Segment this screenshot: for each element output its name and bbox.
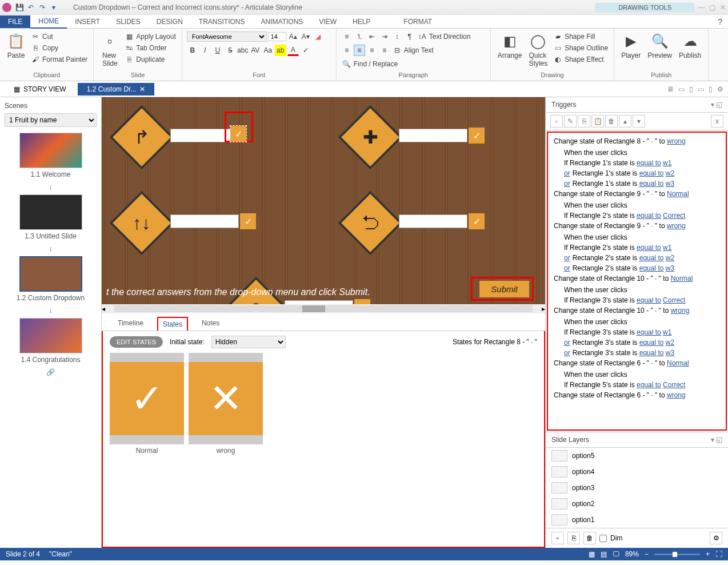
duplicate-layer-icon[interactable]: ⎘ [567,532,580,544]
variables-icon[interactable]: x [711,115,723,128]
layer-item[interactable]: option4 [546,464,728,480]
new-layer-icon[interactable]: ▫ [551,532,564,544]
preview-button[interactable]: 🔍Preview [645,31,674,61]
slide-thumb-1[interactable] [19,133,82,168]
states-tab[interactable]: States [157,317,188,331]
scenes-dropdown[interactable]: 1 Fruit by name [5,113,97,127]
highlight-icon[interactable]: ab [275,45,286,56]
slide-tab[interactable]: 1.2 Custom Dr...✕ [78,83,155,96]
char-spacing-icon[interactable]: AV [250,45,261,56]
tab-slides[interactable]: SLIDES [108,15,149,28]
move-up-icon[interactable]: ▴ [619,115,631,128]
new-trigger-icon[interactable]: ▫ [550,115,563,128]
layer-item[interactable]: option5 [546,448,728,464]
tab-view[interactable]: VIEW [311,15,345,28]
shadow-icon[interactable]: abc [237,45,249,56]
spellcheck-icon[interactable]: ✓ [300,45,311,56]
zoom-level[interactable]: 89% [625,550,639,558]
gear-icon[interactable]: ⚙ [717,85,723,93]
check-icon-2[interactable]: ✓ [469,128,485,144]
save-icon[interactable]: 💾 [15,3,24,12]
tab-order-button[interactable]: ⭾Tab Order [123,42,177,54]
zoom-slider[interactable] [654,554,700,555]
align-left-icon[interactable]: ≡ [341,45,353,56]
check-icon-3[interactable]: ✓ [240,213,256,229]
cut-button[interactable]: ✂Cut [30,31,89,42]
bold-icon[interactable]: B [187,45,198,56]
close-tab-icon[interactable]: ✕ [139,85,145,93]
bullets-icon[interactable]: ≡ [341,31,353,42]
layer-item[interactable]: option1 [546,512,728,528]
layers-list[interactable]: option5option4option3option2option1 [546,448,728,528]
tab-insert[interactable]: INSERT [67,15,108,28]
horizontal-scrollbar[interactable]: ◂▸ [102,304,545,313]
close-icon[interactable]: ✕ [720,3,726,11]
triggers-list[interactable]: Change state of Rectangle 8 - " · " to w… [547,132,727,431]
strike-icon[interactable]: S̶ [225,45,236,56]
road-sign-3[interactable]: ↑↓ [109,190,174,255]
slide-thumb-4[interactable] [19,318,82,353]
publish-button[interactable]: ☁Publish [677,31,703,61]
tab-home[interactable]: HOME [30,15,67,29]
shape-outline-button[interactable]: ▭Shape Outline [552,42,609,54]
road-sign-2[interactable]: ✚ [338,105,402,169]
layer-item[interactable]: option3 [546,480,728,496]
state-wrong[interactable]: ✕ wrong [189,353,263,457]
view-sorter-icon[interactable]: ▤ [601,550,607,558]
font-name-select[interactable]: FontAwesome [187,31,267,42]
delete-trigger-icon[interactable]: 🗑 [605,115,618,128]
check-icon-1[interactable]: ✓ [230,126,246,142]
device-tablet-portrait-icon[interactable]: ▯ [689,85,693,93]
timeline-tab[interactable]: Timeline [113,317,148,331]
text-direction-button[interactable]: ↕AText Direction [417,31,472,42]
delete-layer-icon[interactable]: 🗑 [583,532,596,544]
edit-trigger-icon[interactable]: ✎ [564,115,577,128]
initial-state-select[interactable]: Hidden [211,336,286,348]
tab-design[interactable]: DESIGN [149,15,191,28]
view-preview-icon[interactable]: 🖵 [613,550,619,558]
copy-button[interactable]: ⎘Copy [30,42,89,54]
slide-thumb-3[interactable] [19,256,82,292]
device-phone-portrait-icon[interactable]: ▯ [709,85,713,93]
check-icon-4[interactable]: ✓ [469,213,485,229]
arrange-button[interactable]: ◧Arrange [495,31,525,61]
layer-settings-icon[interactable]: ⚙ [710,532,722,544]
view-normal-icon[interactable]: ▦ [589,550,595,558]
fit-icon[interactable]: ⛶ [715,550,722,558]
zoom-in-icon[interactable]: + [706,550,710,558]
tab-help[interactable]: HELP [345,15,378,28]
align-text-button[interactable]: ⊟Align Text [391,45,435,56]
justify-icon[interactable]: ≡ [379,45,390,56]
dropdown-input-4[interactable] [399,214,467,228]
new-slide-button[interactable]: ▫New Slide [98,31,121,69]
increase-font-icon[interactable]: A▴ [287,31,299,42]
layer-item[interactable]: option2 [546,496,728,512]
move-down-icon[interactable]: ▾ [633,115,645,128]
shape-effect-button[interactable]: ◐Shape Effect [552,54,609,65]
dropdown-input-2[interactable] [399,129,467,142]
redo-icon[interactable]: ↷ [38,3,47,12]
tab-format[interactable]: FORMAT [395,15,440,28]
inc-indent-icon[interactable]: ⇥ [379,31,390,42]
align-right-icon[interactable]: ≡ [366,45,378,56]
font-color-icon[interactable]: A [287,45,299,56]
quick-styles-button[interactable]: ◯Quick Styles [526,31,550,69]
popout-icon[interactable]: ◱ [716,101,722,109]
font-size-input[interactable] [268,32,286,41]
shape-fill-button[interactable]: ▰Shape Fill [552,31,609,42]
rtl-icon[interactable]: ¶ [404,31,415,42]
apply-layout-button[interactable]: ▦Apply Layout [123,31,177,42]
minimize-icon[interactable]: — [698,3,705,11]
decrease-font-icon[interactable]: A▾ [300,31,311,42]
device-phone-landscape-icon[interactable]: ▭ [698,85,704,93]
notes-tab[interactable]: Notes [197,317,224,331]
line-spacing-icon[interactable]: ↕ [391,31,403,42]
dec-indent-icon[interactable]: ⇤ [366,31,378,42]
paste-button[interactable]: 📋Paste [5,31,27,61]
popout-icon[interactable]: ◱ [716,436,722,444]
find-replace-button[interactable]: 🔍Find / Replace [341,58,399,70]
chevron-down-icon[interactable]: ▾ [711,101,714,109]
duplicate-button[interactable]: ⎘Duplicate [123,54,177,65]
chevron-down-icon[interactable]: ▾ [711,436,714,444]
check-icon-5[interactable]: ✓ [354,299,370,304]
